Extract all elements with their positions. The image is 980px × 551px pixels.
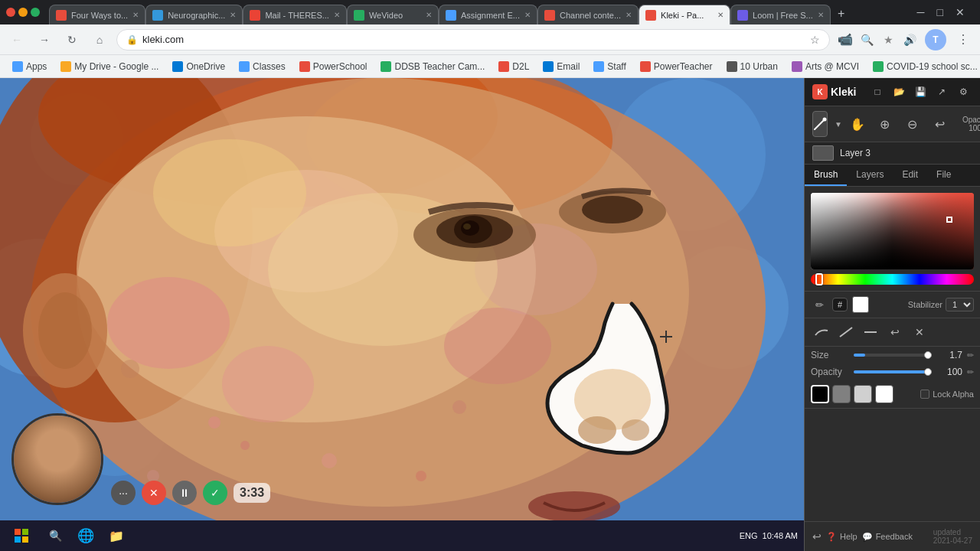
- tab-close-1[interactable]: ✕: [132, 11, 139, 19]
- canvas-area[interactable]: ··· ✕ ⏸ ✓ 3:33 🔍 🌐 📁 ENG 10:48 AM: [0, 78, 804, 551]
- tab-close-3[interactable]: ✕: [334, 11, 340, 19]
- opacity-edit-icon[interactable]: ✏: [967, 367, 974, 377]
- layers-tab[interactable]: Layers: [847, 165, 893, 186]
- bookmark-powerschool[interactable]: PowerSchool: [293, 57, 374, 76]
- new-tab-button[interactable]: +: [831, 3, 852, 24]
- help-button[interactable]: ❓ Help: [826, 532, 858, 542]
- bookmark-onedrive[interactable]: OneDrive: [166, 57, 231, 76]
- color-gradient[interactable]: [811, 193, 974, 269]
- close-window-button[interactable]: ✕: [952, 5, 968, 20]
- restore-window-button[interactable]: □: [934, 5, 946, 20]
- tab-close-8[interactable]: ✕: [818, 11, 824, 19]
- taskbar-folder-button[interactable]: 📁: [104, 523, 129, 548]
- more-options-rec-button[interactable]: ···: [111, 481, 136, 505]
- edit-tab[interactable]: Edit: [893, 165, 927, 186]
- opacity-slider-track[interactable]: [854, 370, 930, 373]
- svg-point-18: [222, 346, 314, 422]
- browser-tab-8[interactable]: Loom | Free S... ✕: [730, 5, 831, 24]
- bookmark-staff[interactable]: Staff: [587, 57, 632, 76]
- stroke-clear-button[interactable]: ✕: [909, 321, 930, 343]
- swatch-black[interactable]: [811, 385, 829, 403]
- browser-tab-5[interactable]: Assignment E... ✕: [439, 5, 537, 24]
- star-icon[interactable]: ☆: [810, 34, 820, 46]
- bookmark-powerteacher[interactable]: PowerTeacher: [634, 57, 719, 76]
- reload-button[interactable]: ↻: [61, 29, 83, 51]
- hand-tool-button[interactable]: ✋: [849, 111, 866, 137]
- taskbar-browser-button[interactable]: 🌐: [74, 523, 98, 548]
- browser-tab-6[interactable]: Channel conte... ✕: [537, 5, 639, 24]
- undo-button[interactable]: ↩: [927, 111, 953, 137]
- tab-close-6[interactable]: ✕: [626, 11, 632, 19]
- address-bar[interactable]: 🔒 kleki.com ☆: [116, 29, 830, 51]
- maximize-button[interactable]: [31, 8, 40, 17]
- tab-close-5[interactable]: ✕: [524, 11, 531, 19]
- finish-recording-button[interactable]: ✓: [203, 481, 227, 505]
- tab-close-7[interactable]: ✕: [717, 11, 724, 19]
- browser-tab-3[interactable]: Mail - THERES... ✕: [243, 5, 347, 24]
- start-button[interactable]: [6, 524, 37, 547]
- bookmark-covid[interactable]: COVID-19 school sc...: [867, 57, 980, 76]
- home-button[interactable]: ⌂: [89, 29, 110, 51]
- size-edit-icon[interactable]: ✏: [967, 350, 974, 360]
- bookmark-drive[interactable]: My Drive - Google ...: [54, 57, 165, 76]
- more-options-button[interactable]: ⋮: [952, 29, 974, 51]
- minimize-window-button[interactable]: ─: [914, 5, 928, 20]
- zoom-out-button[interactable]: ⊖: [900, 111, 926, 137]
- size-slider-track[interactable]: [854, 354, 930, 357]
- bookmark-ddsb[interactable]: DDSB Teacher Cam...: [374, 57, 491, 76]
- hex-display[interactable]: #: [832, 298, 848, 311]
- back-button[interactable]: ←: [6, 29, 28, 51]
- settings-icon[interactable]: ⚙: [954, 83, 972, 101]
- bookmark-classes[interactable]: Classes: [233, 57, 292, 76]
- eyedropper-tool-button[interactable]: ✏: [811, 296, 828, 313]
- stroke-style-3-button[interactable]: [860, 321, 881, 343]
- stroke-undo-button[interactable]: ↩: [884, 321, 906, 343]
- profile-button[interactable]: T: [925, 29, 946, 51]
- bookmark-email[interactable]: Email: [537, 57, 586, 76]
- hue-bar[interactable]: [811, 274, 974, 285]
- title-bar: Four Ways to... ✕ Neurographic... ✕ Mail…: [0, 0, 980, 24]
- bookmark-apps[interactable]: Apps: [6, 57, 53, 76]
- swatch-white[interactable]: [875, 385, 893, 403]
- browser-tab-7[interactable]: Kleki - Pa... ✕: [639, 5, 730, 24]
- lock-alpha-checkbox[interactable]: [920, 390, 929, 399]
- forward-button[interactable]: →: [34, 29, 55, 51]
- svg-rect-42: [15, 529, 21, 535]
- save-icon[interactable]: 💾: [911, 83, 929, 101]
- stroke-style-1-button[interactable]: [811, 321, 832, 343]
- stabilizer-select[interactable]: 12345: [946, 298, 974, 311]
- search-lens-icon[interactable]: 🔍: [858, 31, 876, 49]
- brush-tool-button[interactable]: [812, 111, 828, 137]
- stop-recording-button[interactable]: ✕: [142, 481, 166, 505]
- tab-close-4[interactable]: ✕: [426, 11, 432, 19]
- feedback-button[interactable]: 💬 Feedback: [862, 532, 913, 542]
- folder-open-icon[interactable]: 📂: [890, 83, 908, 101]
- browser-tab-1[interactable]: Four Ways to... ✕: [49, 5, 145, 24]
- bookmark-ext-icon[interactable]: ★: [879, 31, 897, 49]
- bookmark-urban[interactable]: 10 Urban: [720, 57, 784, 76]
- brush-dropdown-button[interactable]: ▼: [834, 111, 843, 137]
- browser-tab-4[interactable]: WeVideo ✕: [347, 5, 439, 24]
- speaker-icon[interactable]: 🔊: [900, 31, 919, 49]
- share-icon[interactable]: ↗: [933, 83, 951, 101]
- new-canvas-icon[interactable]: □: [868, 83, 887, 101]
- close-button[interactable]: [6, 8, 15, 17]
- color-preview[interactable]: [852, 296, 869, 313]
- tab-label-7: Kleki - Pa...: [661, 11, 713, 20]
- stroke-style-2-button[interactable]: [835, 321, 857, 343]
- minimize-button[interactable]: [18, 8, 28, 17]
- browser-tab-2[interactable]: Neurographic... ✕: [145, 5, 243, 24]
- bookmark-ddsb-label: DDSB Teacher Cam...: [394, 61, 485, 72]
- taskbar-search-button[interactable]: 🔍: [43, 523, 67, 548]
- swatch-gray[interactable]: [832, 385, 851, 403]
- bookmark-arts[interactable]: Arts @ MCVI: [786, 57, 865, 76]
- screen-capture-icon[interactable]: 📹: [836, 31, 854, 49]
- pause-recording-button[interactable]: ⏸: [172, 481, 197, 505]
- file-tab[interactable]: File: [927, 165, 960, 186]
- undo-bottom-icon[interactable]: ↩: [812, 530, 822, 543]
- brush-tab[interactable]: Brush: [805, 165, 847, 186]
- swatch-light-gray[interactable]: [854, 385, 872, 403]
- zoom-in-button[interactable]: ⊕: [872, 111, 898, 137]
- tab-close-2[interactable]: ✕: [230, 11, 236, 19]
- bookmark-d2l[interactable]: D2L: [492, 57, 535, 76]
